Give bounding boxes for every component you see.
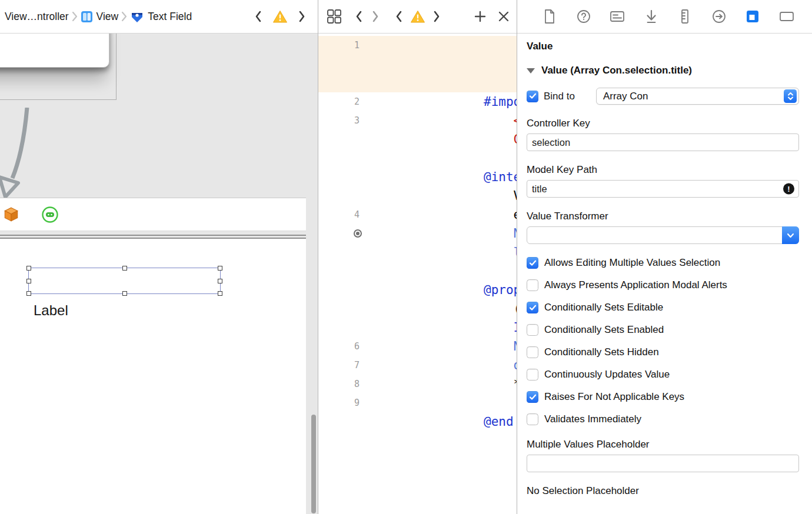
attributes-inspector-button[interactable] xyxy=(641,9,661,24)
line-gutter[interactable]: 7 xyxy=(318,356,371,375)
error-badge-icon[interactable]: ! xyxy=(783,183,794,195)
line-gutter[interactable]: 8 xyxy=(318,375,371,393)
binding-option-row[interactable]: Continuously Updates Value xyxy=(527,363,799,386)
selection-handle[interactable] xyxy=(218,279,222,283)
line-gutter[interactable] xyxy=(318,149,371,168)
binding-option-row[interactable]: Validates Immediately xyxy=(527,408,799,430)
selection-handle[interactable] xyxy=(26,266,31,271)
line-gutter[interactable]: 1 xyxy=(318,36,371,55)
line-gutter[interactable] xyxy=(318,318,371,337)
selection-handle[interactable] xyxy=(26,279,31,283)
line-gutter[interactable] xyxy=(318,186,371,205)
breadcrumb-text-field[interactable]: Text Field xyxy=(130,10,192,24)
forward-arrow-button[interactable] xyxy=(298,10,306,23)
breadcrumb-view-controller[interactable]: View…ntroller xyxy=(5,11,69,23)
selection-handle[interactable] xyxy=(122,266,127,271)
binding-group-header[interactable]: Value (Array Con.selection.title) xyxy=(527,65,799,76)
code-line: 7 @end xyxy=(318,356,517,375)
option-checkbox[interactable] xyxy=(527,369,538,381)
bindings-inspector-button-selected[interactable] xyxy=(743,9,763,24)
option-checkbox[interactable] xyxy=(527,257,538,269)
popup-chevrons-icon xyxy=(784,89,797,103)
selection-handle[interactable] xyxy=(122,291,127,296)
option-label: Always Presents Application Modal Alerts xyxy=(544,279,727,291)
add-assistant-editor-button[interactable] xyxy=(474,11,486,22)
selection-handle[interactable] xyxy=(26,291,31,296)
breadcrumb-view[interactable]: View xyxy=(81,11,119,23)
disclosure-triangle-icon[interactable] xyxy=(527,68,535,74)
quick-help-inspector-button[interactable] xyxy=(574,9,594,24)
label-control[interactable]: Label xyxy=(34,302,68,319)
bindings-inspector-panel: Value Value (Array Con.selection.title) … xyxy=(517,34,812,514)
selection-handle[interactable] xyxy=(218,291,222,296)
code-editor[interactable]: 1 #import xyxy=(318,34,517,514)
close-assistant-editor-button[interactable] xyxy=(498,11,510,22)
option-checkbox[interactable] xyxy=(527,346,538,358)
binding-option-row[interactable]: Allows Editing Multiple Values Selection xyxy=(527,252,799,274)
related-items-button[interactable] xyxy=(327,9,342,24)
code-line: oller xyxy=(318,299,517,318)
warning-icon[interactable] xyxy=(410,10,425,24)
chevron-down-icon[interactable] xyxy=(782,226,799,244)
identity-inspector-button[interactable] xyxy=(607,10,627,23)
outlet-connector-icon[interactable] xyxy=(354,229,362,238)
line-gutter[interactable] xyxy=(318,168,371,186)
value-transformer-combo[interactable] xyxy=(527,226,799,244)
line-gutter[interactable] xyxy=(318,243,371,262)
line-gutter[interactable] xyxy=(318,224,371,243)
option-checkbox[interactable] xyxy=(527,391,538,403)
line-gutter[interactable]: 2 xyxy=(318,92,371,111)
file-inspector-button[interactable] xyxy=(540,9,560,24)
binding-option-row[interactable]: Conditionally Sets Editable xyxy=(527,296,799,319)
forward-arrow-button[interactable] xyxy=(371,10,380,23)
ruler-icon xyxy=(680,9,690,24)
line-gutter[interactable] xyxy=(318,74,371,92)
binding-option-row[interactable]: Conditionally Sets Enabled xyxy=(527,319,799,341)
multiple-values-placeholder-field[interactable] xyxy=(527,455,799,472)
warning-icon[interactable] xyxy=(272,10,288,24)
assistant-editor-pane: 1 #import xyxy=(318,0,517,514)
code-line: *arrayCon; xyxy=(318,318,517,337)
jump-bar: View…ntroller View xyxy=(0,0,318,34)
next-issue-button[interactable] xyxy=(432,10,441,23)
view-effects-inspector-button[interactable] xyxy=(777,11,797,22)
line-gutter[interactable]: 6 xyxy=(318,337,371,356)
binding-option-row[interactable]: Raises For Not Applicable Keys xyxy=(527,386,799,408)
ib-canvas[interactable]: Label xyxy=(0,34,318,514)
canvas-vertical-scrollbar[interactable] xyxy=(311,415,316,513)
line-gutter[interactable]: 3 xyxy=(318,111,371,130)
model-key-path-field[interactable]: ! xyxy=(527,180,799,198)
exit-button-icon[interactable] xyxy=(41,206,59,223)
arrow-circle-icon xyxy=(712,9,726,24)
bind-to-checkbox[interactable] xyxy=(527,91,538,102)
selected-text-field[interactable] xyxy=(28,268,221,294)
line-gutter[interactable] xyxy=(318,130,371,149)
connections-inspector-button[interactable] xyxy=(709,9,729,24)
model-key-path-input[interactable] xyxy=(527,181,798,197)
option-checkbox[interactable] xyxy=(527,279,538,291)
binding-option-row[interactable]: Conditionally Sets Hidden xyxy=(527,341,799,363)
line-gutter[interactable] xyxy=(318,55,371,74)
line-gutter[interactable]: 4 xyxy=(318,205,371,224)
file-owner-cube-icon[interactable] xyxy=(2,206,20,223)
binding-option-row[interactable]: Always Presents Application Modal Alerts xyxy=(527,274,799,296)
back-arrow-button[interactable] xyxy=(355,10,363,23)
option-checkbox[interactable] xyxy=(527,413,538,425)
controller-key-input[interactable] xyxy=(527,134,798,151)
option-checkbox[interactable] xyxy=(527,302,538,313)
controller-key-field[interactable] xyxy=(527,133,799,151)
option-checkbox[interactable] xyxy=(527,324,538,336)
size-inspector-button[interactable] xyxy=(675,9,695,24)
multiple-values-placeholder-input[interactable] xyxy=(527,455,798,472)
bind-to-popup[interactable]: Array Con xyxy=(596,88,799,105)
value-transformer-input[interactable] xyxy=(527,227,781,243)
back-arrow-button[interactable] xyxy=(254,10,262,23)
segue-arrow-icon[interactable] xyxy=(0,108,39,203)
line-gutter[interactable] xyxy=(318,299,371,318)
line-gutter[interactable] xyxy=(318,262,371,281)
line-gutter[interactable]: 9 xyxy=(318,393,371,412)
line-gutter[interactable] xyxy=(318,281,371,299)
view-canvas[interactable]: Label xyxy=(0,239,306,514)
selection-handle[interactable] xyxy=(218,266,222,271)
previous-issue-button[interactable] xyxy=(395,10,403,23)
